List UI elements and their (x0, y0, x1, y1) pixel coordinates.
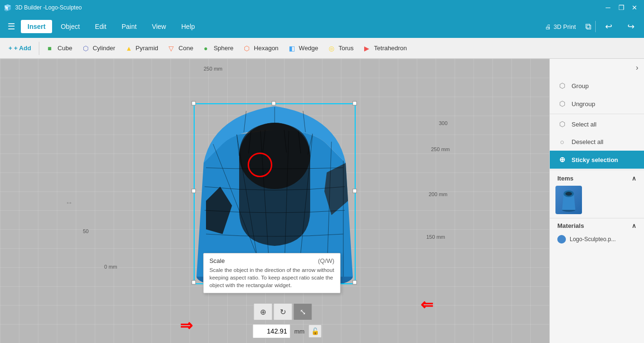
svg-rect-26 (353, 189, 357, 193)
material-color-icon (557, 235, 566, 244)
hamburger-menu[interactable]: ☰ (4, 19, 19, 34)
materials-collapse-icon[interactable]: ∧ (632, 222, 636, 229)
items-label: Items (557, 175, 573, 182)
dim-label-200: 200 mm (429, 191, 447, 197)
item-thumbnail-svg (559, 188, 578, 212)
sidebar-collapse-button[interactable]: › (550, 59, 644, 77)
materials-label: Materials (557, 222, 584, 229)
sidebar-item-deselect-all-label: Deselect all (572, 138, 603, 145)
hexagon-icon: ⬡ (244, 45, 251, 52)
deselect-all-icon: ○ (557, 138, 567, 146)
cylinder-icon: ⬡ (83, 45, 90, 52)
shape-hexagon[interactable]: ⬡ Hexagon (239, 43, 283, 54)
add-icon: + (9, 45, 12, 52)
menu-right-actions: 🖨 3D Print ⧉ ↩ ↪ (539, 19, 640, 34)
cone-icon: ▽ (169, 45, 176, 52)
shape-sphere[interactable]: ● Sphere (199, 43, 238, 54)
sidebar-item-group-label: Group (572, 82, 589, 90)
menu-item-view[interactable]: View (145, 20, 173, 33)
main-layout: 250 mm 300 250 mm 200 mm 150 mm 50 0 mm … (0, 59, 644, 343)
close-button[interactable]: ✕ (629, 2, 640, 13)
print-icon: 🖨 (545, 23, 551, 30)
wedge-icon: ◧ (289, 45, 296, 52)
shape-wedge[interactable]: ◧ Wedge (284, 43, 323, 54)
minimize-button[interactable]: ─ (602, 2, 614, 13)
scale-value-input[interactable] (252, 324, 290, 338)
svg-point-29 (565, 192, 572, 196)
window-controls: ─ ❐ ✕ (602, 2, 640, 13)
svg-rect-19 (192, 101, 196, 105)
items-section-header: Items ∧ (550, 171, 644, 184)
dim-label-300: 300 (439, 120, 447, 126)
title-bar: 🧊 3D Builder -Logo-Sculpteo ─ ❐ ✕ (0, 0, 644, 15)
arrow-bottom: ⇒ (180, 316, 193, 334)
material-label: Logo-Sculpteo.p... (570, 236, 616, 243)
redo-button[interactable]: ↪ (622, 19, 640, 34)
value-row: mm 🔓 (252, 324, 322, 338)
sidebar-item-ungroup-label: Ungroup (572, 100, 595, 108)
menu-item-edit[interactable]: Edit (89, 20, 113, 33)
items-list (550, 184, 644, 216)
item-thumbnail-0[interactable] (555, 186, 582, 214)
undo-button[interactable]: ↩ (599, 19, 618, 34)
sticky-selection-icon: ⊕ (557, 155, 567, 164)
shape-cube[interactable]: ■ Cube (43, 43, 77, 54)
sidebar-item-group[interactable]: ⬡ Group (550, 77, 644, 95)
shape-cylinder[interactable]: ⬡ Cylinder (78, 43, 120, 54)
svg-rect-21 (192, 280, 196, 284)
sidebar-item-sticky-selection-label: Sticky selection (572, 156, 618, 163)
dim-label-150: 150 mm (426, 234, 445, 240)
3d-print-button[interactable]: 🖨 3D Print (539, 21, 581, 33)
window-title: 3D Builder -Logo-Sculpteo (15, 4, 82, 11)
viewport[interactable]: 250 mm 300 250 mm 200 mm 150 mm 50 0 mm … (0, 59, 549, 343)
sidebar-item-select-all[interactable]: ⬡ Select all (550, 115, 644, 133)
shape-cone[interactable]: ▽ Cone (164, 43, 198, 54)
pyramid-icon: ▲ (125, 45, 133, 52)
items-collapse-icon[interactable]: ∧ (632, 175, 636, 182)
toolbar-divider (39, 42, 39, 55)
sidebar-divider-1 (550, 114, 644, 114)
tooltip-title-text: Scale (209, 257, 225, 264)
svg-rect-22 (353, 280, 357, 284)
cube-icon: ■ (48, 45, 55, 52)
menu-item-paint[interactable]: Paint (115, 20, 143, 33)
sidebar-divider-2 (550, 170, 644, 170)
sphere-icon: ● (204, 45, 211, 52)
menu-divider (595, 21, 596, 32)
tooltip-shortcut: (Q/W) (318, 257, 335, 264)
lock-button[interactable]: 🔓 (308, 325, 322, 338)
svg-rect-23 (272, 101, 276, 105)
rotate-tool-button[interactable]: ↻ (273, 303, 292, 320)
material-item-0[interactable]: Logo-Sculpteo.p... (550, 231, 644, 247)
ungroup-icon: ⬡ (557, 99, 567, 108)
menu-item-object[interactable]: Object (54, 20, 86, 33)
dim-label-zero: 0 mm (104, 264, 117, 270)
arrow-right: ⇐ (420, 296, 433, 314)
torus-icon: ◎ (329, 45, 336, 52)
dim-label-50: 50 (83, 228, 89, 234)
move-tool-button[interactable]: ⊕ (253, 303, 272, 320)
sidebar-item-select-all-label: Select all (572, 121, 597, 128)
scale-tool-button[interactable]: ⤡ (293, 303, 312, 320)
shape-pyramid[interactable]: ▲ Pyramid (121, 43, 163, 54)
menu-item-help[interactable]: Help (175, 20, 202, 33)
svg-rect-20 (353, 101, 357, 105)
menu-item-insert[interactable]: Insert (21, 20, 52, 33)
shape-torus[interactable]: ◎ Torus (324, 43, 358, 54)
value-unit: mm (292, 328, 306, 335)
select-all-icon: ⬡ (557, 120, 567, 128)
shape-tetrahedron[interactable]: ▶ Tetrahedron (359, 43, 411, 54)
group-icon: ⬡ (557, 81, 567, 90)
shapes-toolbar: + + Add ■ Cube ⬡ Cylinder ▲ Pyramid ▽ Co… (0, 38, 644, 59)
dim-label-250: 250 mm (431, 146, 450, 152)
sidebar-item-sticky-selection[interactable]: ⊕ Sticky selection (550, 151, 644, 169)
sidebar-item-deselect-all[interactable]: ○ Deselect all (550, 133, 644, 151)
share-icon[interactable]: ⧉ (585, 22, 591, 32)
tooltip-title-row: Scale (Q/W) (209, 257, 334, 264)
maximize-button[interactable]: ❐ (616, 2, 627, 13)
nav-left-icon: ↔ (65, 199, 73, 207)
scale-tooltip: Scale (Q/W) Scale the object in the dire… (203, 253, 340, 293)
tetrahedron-icon: ▶ (364, 45, 372, 52)
add-button[interactable]: + + Add (5, 43, 35, 54)
sidebar-item-ungroup[interactable]: ⬡ Ungroup (550, 95, 644, 113)
